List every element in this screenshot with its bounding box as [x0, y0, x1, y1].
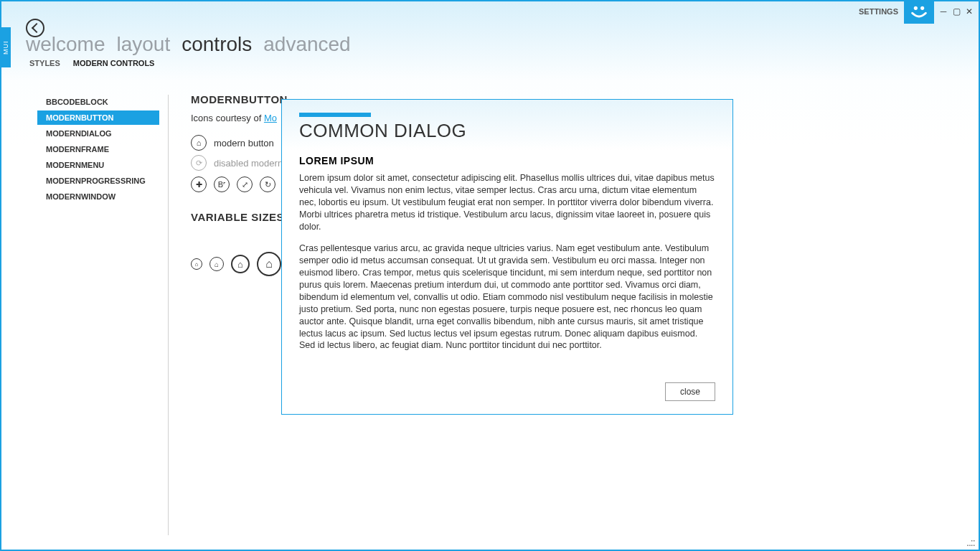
- expand-icon[interactable]: ⤢: [237, 176, 253, 192]
- dialog-footer: close: [665, 382, 715, 401]
- sidebar-item-bbcodeblock[interactable]: BBCODEBLOCK: [37, 95, 159, 109]
- sidebar-item-modernmenu[interactable]: MODERNMENU: [37, 158, 159, 172]
- home-icon-lg[interactable]: ⌂: [257, 252, 281, 276]
- settings-link[interactable]: SETTINGS: [859, 7, 898, 16]
- br-icon[interactable]: Bʳ: [214, 176, 230, 192]
- dialog-accent-bar: [299, 113, 371, 117]
- dialog-subtitle: LOREM IPSUM: [299, 155, 715, 166]
- window-controls: ─ ▢ ✕: [938, 6, 979, 17]
- dialog-paragraph-1: Lorem ipsum dolor sit amet, consectetur …: [299, 172, 715, 232]
- restore-button[interactable]: ▢: [951, 6, 961, 17]
- dialog-title: COMMON DIALOG: [299, 120, 715, 142]
- resize-grip-icon[interactable]: ..::: [966, 538, 976, 548]
- vertical-divider: [168, 95, 169, 535]
- refresh-icon: ⟳: [191, 155, 207, 171]
- svg-point-1: [920, 6, 924, 10]
- home-icon-sm[interactable]: ⌂: [209, 257, 224, 271]
- nav-layout[interactable]: layout: [116, 33, 170, 56]
- button-label-enabled: modern button: [214, 138, 274, 149]
- dialog-paragraph-2: Cras pellentesque varius arcu, ac gravid…: [299, 242, 715, 352]
- smiley-icon: [909, 1, 929, 22]
- minimize-button[interactable]: ─: [938, 6, 948, 17]
- sidebar-item-modernprogressring[interactable]: MODERNPROGRESSRING: [37, 174, 159, 188]
- mui-badge: MUI: [1, 27, 11, 67]
- subnav-styles[interactable]: STYLES: [29, 59, 60, 67]
- nav-advanced[interactable]: advanced: [263, 33, 350, 56]
- nav-welcome[interactable]: welcome: [26, 33, 105, 56]
- add-icon[interactable]: ✚: [191, 176, 207, 192]
- credits-prefix: Icons courtesy of: [191, 113, 264, 123]
- home-icon-xs[interactable]: ⌂: [191, 258, 202, 270]
- modal-dialog: COMMON DIALOG LOREM IPSUM Lorem ipsum do…: [281, 99, 733, 415]
- sidebar-item-moderndialog[interactable]: MODERNDIALOG: [37, 126, 159, 141]
- redo-icon[interactable]: ↻: [260, 176, 275, 192]
- main-nav: welcome layout controls advanced: [26, 33, 351, 56]
- dialog-close-button[interactable]: close: [665, 382, 715, 401]
- sidebar-item-modernwindow[interactable]: MODERNWINDOW: [37, 189, 159, 204]
- app-window: MUI SETTINGS ─ ▢ ✕ welcome layout contro…: [0, 0, 980, 551]
- home-icon-md[interactable]: ⌂: [231, 255, 250, 273]
- sidebar-item-modernbutton[interactable]: MODERNBUTTON: [37, 110, 159, 125]
- app-logo-icon: [904, 0, 934, 24]
- close-button[interactable]: ✕: [964, 6, 974, 17]
- sidebar-item-modernframe[interactable]: MODERNFRAME: [37, 142, 159, 156]
- subnav-modern-controls[interactable]: MODERN CONTROLS: [73, 59, 155, 67]
- sidebar: BBCODEBLOCK MODERNBUTTON MODERNDIALOG MO…: [37, 95, 159, 205]
- svg-point-0: [914, 6, 918, 10]
- button-label-disabled: disabled modern: [214, 158, 283, 169]
- titlebar: SETTINGS ─ ▢ ✕: [859, 1, 979, 22]
- nav-controls[interactable]: controls: [182, 33, 252, 56]
- home-icon[interactable]: ⌂: [191, 135, 207, 151]
- credits-link[interactable]: Mo: [264, 113, 277, 123]
- sub-nav: STYLES MODERN CONTROLS: [29, 59, 154, 67]
